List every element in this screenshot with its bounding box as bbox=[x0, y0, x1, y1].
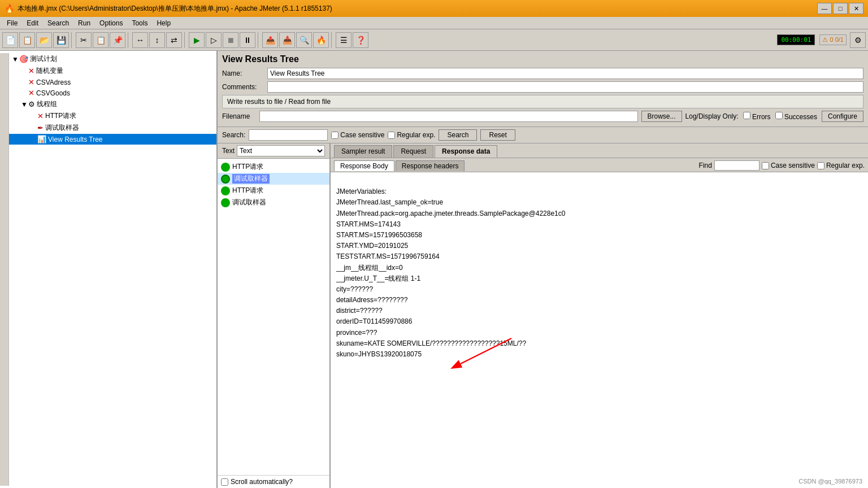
csv-address-icon: ✕ bbox=[28, 78, 34, 86]
tree-item-csv-address[interactable]: ✕ CSVAdress bbox=[9, 77, 216, 88]
menu-file[interactable]: File bbox=[2, 18, 22, 28]
menu-bar: File Edit Search Run Options Tools Help bbox=[0, 17, 868, 29]
tree-item-view-results[interactable]: 📊 View Results Tree bbox=[9, 134, 216, 145]
new-button[interactable]: 📄 bbox=[2, 32, 18, 48]
reset-button[interactable]: Reset bbox=[480, 129, 515, 141]
tree-label-test-plan: 测试计划 bbox=[30, 54, 57, 64]
response-line-12: district=?????? bbox=[336, 306, 862, 316]
title-controls: — □ ✕ bbox=[817, 3, 863, 14]
find-case-sensitive-checkbox[interactable] bbox=[762, 162, 769, 169]
result-item-4[interactable]: 调试取样器 bbox=[218, 197, 329, 208]
menu-run[interactable]: Run bbox=[73, 18, 95, 28]
maximize-button[interactable]: □ bbox=[833, 3, 848, 14]
panel-title: View Results Tree bbox=[222, 54, 863, 64]
search-input[interactable] bbox=[249, 129, 328, 141]
panel-header: View Results Tree Name: Comments: Write … bbox=[218, 51, 868, 127]
http-req1-icon: ✕ bbox=[37, 112, 44, 120]
name-row: Name: bbox=[222, 68, 863, 79]
toggle-thread-group[interactable]: ▼ bbox=[20, 101, 28, 108]
tree-item-http-req1[interactable]: ✕ HTTP请求 bbox=[9, 110, 216, 122]
open-button[interactable]: 📂 bbox=[36, 32, 52, 48]
run-button[interactable]: ▶ bbox=[189, 32, 205, 48]
menu-edit[interactable]: Edit bbox=[22, 18, 43, 28]
open-templates-button[interactable]: 📋 bbox=[19, 32, 35, 48]
tree-item-random-var[interactable]: ✕ 随机变量 bbox=[9, 65, 216, 77]
expand-button[interactable]: ↔ bbox=[132, 32, 148, 48]
tree-label-view-results: View Results Tree bbox=[48, 136, 103, 143]
tree-panel: ▼ 🎯 测试计划 ✕ 随机变量 ✕ CSVAdress bbox=[0, 51, 218, 488]
settings-button[interactable]: ⚙ bbox=[850, 32, 866, 48]
find-input[interactable] bbox=[714, 160, 760, 171]
toolbar: 📄 📋 📂 💾 ✂ 📋 📌 ↔ ↕ ⇄ ▶ ▷ ⏹ ⏸ 📤 📥 🔍 🔥 ☰ ❓ … bbox=[0, 29, 868, 51]
stop-button[interactable]: ⏹ bbox=[223, 32, 238, 48]
response-line-15: skuname=KATE SOMERVILLE/????????????????… bbox=[336, 338, 862, 349]
minimize-button[interactable]: — bbox=[817, 3, 832, 14]
shutdown-button[interactable]: ⏸ bbox=[240, 32, 255, 48]
help-toolbar-button[interactable]: ❓ bbox=[353, 32, 368, 48]
errors-label: Errors bbox=[752, 113, 771, 121]
tree-item-test-plan[interactable]: ▼ 🎯 测试计划 bbox=[9, 53, 216, 65]
result-status-2 bbox=[221, 175, 230, 184]
result-label-4: 调试取样器 bbox=[232, 198, 266, 207]
name-input[interactable] bbox=[267, 68, 863, 79]
response-content: Response Body Response headers Find Case… bbox=[331, 158, 868, 488]
errors-checkbox[interactable] bbox=[743, 112, 750, 119]
regular-exp-checkbox[interactable] bbox=[388, 132, 395, 139]
menu-help[interactable]: Help bbox=[152, 18, 175, 28]
successes-label: Successes bbox=[784, 113, 817, 121]
filename-label: Filename bbox=[222, 112, 256, 120]
menu-tools[interactable]: Tools bbox=[127, 18, 152, 28]
watermark: CSDN @qq_39876973 bbox=[798, 478, 862, 485]
tree-item-thread-group[interactable]: ▼ ⚙ 线程组 bbox=[9, 98, 216, 110]
scroll-auto-label: Scroll automatically? bbox=[231, 478, 293, 486]
remote-start-button[interactable]: 📤 bbox=[262, 32, 278, 48]
results-list-header: Text Text bbox=[218, 143, 329, 159]
collapse-button[interactable]: ↕ bbox=[149, 32, 165, 48]
random-var-icon: ✕ bbox=[28, 67, 34, 75]
tab-response-data[interactable]: Response data bbox=[435, 145, 497, 158]
run-no-clear-button[interactable]: ▷ bbox=[206, 32, 222, 48]
search-button[interactable]: Search bbox=[439, 129, 477, 141]
title-text: 本地推单.jmx (C:\Users\Administrator\Desktop… bbox=[18, 4, 817, 14]
sub-tab-response-body[interactable]: Response Body bbox=[334, 160, 394, 171]
fire-button[interactable]: 🔥 bbox=[313, 32, 329, 48]
tree-item-debug-sampler[interactable]: ✒ 调试取样器 bbox=[9, 122, 216, 134]
save-button[interactable]: 💾 bbox=[53, 32, 69, 48]
tree-label-csv-address: CSVAdress bbox=[36, 79, 71, 86]
close-button[interactable]: ✕ bbox=[849, 3, 863, 14]
main-container: ▼ 🎯 测试计划 ✕ 随机变量 ✕ CSVAdress bbox=[0, 51, 868, 488]
paste-button[interactable]: 📌 bbox=[110, 32, 125, 48]
search-toolbar-button[interactable]: 🔍 bbox=[296, 32, 312, 48]
cut-button[interactable]: ✂ bbox=[76, 32, 92, 48]
result-item-3[interactable]: HTTP请求 bbox=[218, 185, 329, 197]
response-line-3: JMeterThread.pack=org.apache.jmeter.thre… bbox=[336, 208, 862, 219]
menu-options[interactable]: Options bbox=[95, 18, 127, 28]
find-regular-exp-checkbox[interactable] bbox=[817, 162, 824, 169]
copy-button[interactable]: 📋 bbox=[93, 32, 108, 48]
remote-stop-button[interactable]: 📥 bbox=[279, 32, 295, 48]
list-button[interactable]: ☰ bbox=[336, 32, 351, 48]
results-list-dropdown[interactable]: Text bbox=[237, 145, 325, 156]
case-sensitive-checkbox[interactable] bbox=[331, 132, 338, 139]
result-item-2[interactable]: 调试取样器 bbox=[218, 173, 329, 185]
write-results-text: Write results to file / Read from file bbox=[227, 98, 331, 106]
result-status-3 bbox=[221, 186, 230, 195]
tab-sampler-result[interactable]: Sampler result bbox=[334, 145, 392, 158]
toggle-random-var[interactable] bbox=[20, 67, 28, 75]
comments-input[interactable] bbox=[267, 81, 863, 93]
sep2 bbox=[128, 32, 130, 48]
configure-button[interactable]: Configure bbox=[822, 111, 863, 122]
menu-search[interactable]: Search bbox=[43, 18, 73, 28]
toggle-button[interactable]: ⇄ bbox=[166, 32, 182, 48]
sub-tab-response-headers[interactable]: Response headers bbox=[396, 160, 465, 171]
response-line-empty bbox=[336, 176, 862, 186]
tree-item-csv-goods[interactable]: ✕ CSVGoods bbox=[9, 88, 216, 98]
thread-group-icon: ⚙ bbox=[28, 100, 35, 108]
successes-checkbox[interactable] bbox=[775, 112, 783, 119]
filename-input[interactable] bbox=[259, 111, 638, 122]
browse-button[interactable]: Browse... bbox=[641, 111, 682, 122]
tab-request[interactable]: Request bbox=[393, 145, 433, 158]
result-item-1[interactable]: HTTP请求 bbox=[218, 161, 329, 173]
scroll-auto-checkbox[interactable] bbox=[221, 478, 228, 486]
toggle-test-plan[interactable]: ▼ bbox=[11, 55, 19, 63]
